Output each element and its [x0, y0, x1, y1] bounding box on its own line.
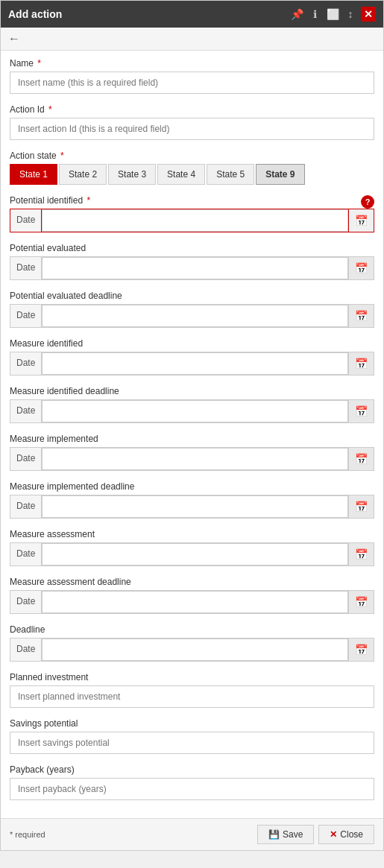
state-btn-3[interactable]: State 3	[108, 164, 156, 185]
measure-identified-deadline-date-label: Date	[10, 400, 42, 422]
potential-identified-date-field: Date 📅	[10, 209, 374, 232]
measure-identified-date-field: Date 📅	[10, 352, 374, 376]
planned-investment-input[interactable]	[10, 685, 374, 708]
measure-identified-field-group: Measure identified Date 📅	[10, 338, 374, 376]
footer: * required 💾 Save ✕ Close	[1, 818, 383, 850]
potential-evaluated-deadline-calendar-button[interactable]: 📅	[348, 305, 374, 327]
calendar-icon: 📅	[355, 548, 368, 560]
close-button[interactable]: ✕ Close	[318, 825, 374, 844]
measure-assessment-date-input[interactable]	[42, 543, 348, 566]
measure-implemented-label: Measure implemented	[10, 434, 374, 444]
savings-potential-label: Savings potential	[10, 718, 374, 729]
measure-implemented-date-label: Date	[10, 448, 42, 470]
state-btn-1[interactable]: State 1	[10, 164, 57, 185]
measure-assessment-date-field: Date 📅	[10, 542, 374, 566]
name-label: Name *	[10, 58, 374, 69]
potential-evaluated-deadline-label: Potential evaluated deadline	[10, 291, 374, 301]
measure-assessment-deadline-date-label: Date	[10, 591, 42, 613]
form-content: Name * Action Id * Action state * State …	[1, 51, 383, 818]
deadline-label: Deadline	[10, 624, 374, 635]
info-icon[interactable]: ℹ	[307, 7, 322, 22]
potential-identified-date-label: Date	[10, 209, 42, 232]
measure-implemented-deadline-date-label: Date	[10, 495, 42, 518]
action-id-input[interactable]	[10, 118, 374, 140]
measure-assessment-calendar-button[interactable]: 📅	[348, 543, 374, 566]
measure-identified-deadline-calendar-button[interactable]: 📅	[348, 400, 374, 422]
back-button[interactable]: ←	[8, 32, 20, 45]
state-btn-5[interactable]: State 5	[207, 164, 254, 185]
potential-identified-field-group: Potential identified * ? Date 📅	[10, 195, 374, 232]
measure-assessment-deadline-label: Measure assessment deadline	[10, 577, 374, 587]
potential-evaluated-date-label: Date	[10, 257, 42, 279]
potential-evaluated-calendar-button[interactable]: 📅	[348, 257, 374, 279]
title-bar-left: Add action	[8, 8, 62, 20]
measure-implemented-deadline-date-input[interactable]	[42, 495, 348, 518]
potential-identified-help-icon[interactable]: ?	[361, 195, 374, 209]
payback-label: Payback (years)	[10, 764, 374, 775]
title-bar-icons: 📌 ℹ ⬜ ↕ ✕	[289, 7, 376, 22]
measure-assessment-deadline-date-input[interactable]	[42, 591, 348, 613]
measure-identified-deadline-field-group: Measure identified deadline Date 📅	[10, 386, 374, 423]
potential-evaluated-deadline-date-field: Date 📅	[10, 304, 374, 328]
measure-assessment-deadline-calendar-button[interactable]: 📅	[348, 591, 374, 613]
deadline-date-field: Date 📅	[10, 638, 374, 662]
window-title: Add action	[8, 8, 62, 20]
savings-potential-field-group: Savings potential	[10, 718, 374, 754]
calendar-icon: 📅	[355, 596, 368, 608]
action-state-label: Action state *	[10, 151, 374, 161]
measure-assessment-deadline-date-field: Date 📅	[10, 590, 374, 614]
measure-implemented-deadline-label: Measure implemented deadline	[10, 481, 374, 492]
close-x-icon: ✕	[330, 829, 337, 840]
measure-assessment-deadline-field-group: Measure assessment deadline Date 📅	[10, 577, 374, 614]
potential-evaluated-deadline-field-group: Potential evaluated deadline Date 📅	[10, 291, 374, 328]
deadline-date-label: Date	[10, 639, 42, 661]
calendar-icon: 📅	[355, 501, 368, 513]
toolbar: ←	[1, 28, 383, 51]
pin-icon[interactable]: 📌	[289, 7, 304, 22]
footer-buttons: 💾 Save ✕ Close	[257, 825, 374, 844]
state-buttons: State 1 State 2 State 3 State 4 State 5 …	[10, 164, 374, 185]
action-id-field-group: Action Id *	[10, 104, 374, 140]
measure-implemented-deadline-calendar-button[interactable]: 📅	[348, 495, 374, 518]
potential-evaluated-date-input[interactable]	[42, 257, 348, 279]
name-field-group: Name *	[10, 58, 374, 94]
measure-assessment-field-group: Measure assessment Date 📅	[10, 529, 374, 566]
deadline-calendar-button[interactable]: 📅	[348, 639, 374, 661]
calendar-icon: 📅	[355, 310, 368, 322]
measure-identified-calendar-button[interactable]: 📅	[348, 352, 374, 375]
measure-identified-date-label: Date	[10, 352, 42, 375]
help-icon[interactable]: ↕	[343, 7, 358, 22]
window-close-button[interactable]: ✕	[361, 7, 376, 22]
calendar-icon: 📅	[355, 262, 368, 274]
measure-implemented-calendar-button[interactable]: 📅	[348, 448, 374, 470]
planned-investment-label: Planned investment	[10, 672, 374, 682]
measure-identified-label: Measure identified	[10, 338, 374, 349]
deadline-date-input[interactable]	[42, 639, 348, 661]
potential-identified-label-row: Potential identified * ?	[10, 195, 374, 209]
name-input[interactable]	[10, 72, 374, 94]
potential-evaluated-date-field: Date 📅	[10, 256, 374, 280]
measure-implemented-deadline-field-group: Measure implemented deadline Date 📅	[10, 481, 374, 519]
potential-evaluated-deadline-date-input[interactable]	[42, 305, 348, 327]
potential-identified-calendar-button[interactable]: 📅	[348, 209, 374, 232]
action-state-field-group: Action state * State 1 State 2 State 3 S…	[10, 151, 374, 185]
savings-potential-input[interactable]	[10, 732, 374, 754]
planned-investment-field-group: Planned investment	[10, 672, 374, 708]
potential-identified-date-input[interactable]	[42, 209, 348, 232]
save-icon: 💾	[268, 829, 280, 840]
state-btn-2[interactable]: State 2	[59, 164, 107, 185]
measure-identified-deadline-date-input[interactable]	[42, 400, 348, 422]
payback-field-group: Payback (years)	[10, 764, 374, 800]
state-btn-4[interactable]: State 4	[157, 164, 205, 185]
state-btn-9[interactable]: State 9	[256, 164, 304, 185]
save-button[interactable]: 💾 Save	[257, 825, 314, 844]
required-note: * required	[10, 830, 45, 839]
payback-input[interactable]	[10, 778, 374, 800]
measure-identified-date-input[interactable]	[42, 352, 348, 375]
title-bar: Add action 📌 ℹ ⬜ ↕ ✕	[1, 1, 383, 28]
calendar-icon: 📅	[355, 358, 368, 370]
potential-identified-label: Potential identified *	[10, 195, 90, 206]
measure-implemented-date-input[interactable]	[42, 448, 348, 470]
export-icon[interactable]: ⬜	[325, 7, 340, 22]
measure-implemented-field-group: Measure implemented Date 📅	[10, 434, 374, 471]
